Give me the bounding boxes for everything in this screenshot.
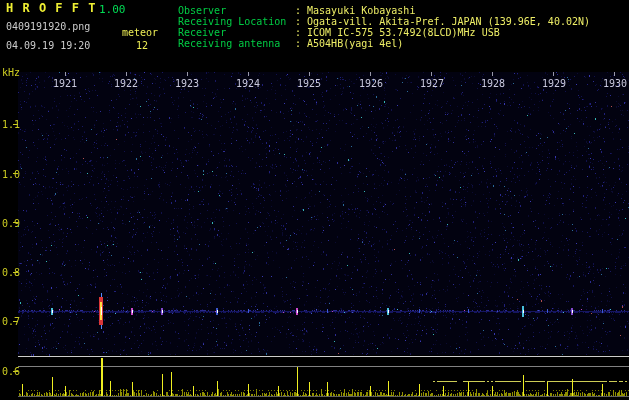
x-tick-label: 1930: [602, 78, 628, 89]
y-tick-label: 0.8: [2, 267, 20, 278]
info-value: : ICOM IC-575 53.7492(8LCD)MHz USB: [295, 27, 500, 38]
y-tick-label: 1.0: [2, 169, 20, 180]
info-value: : A504HB(yagi 4el): [295, 38, 403, 49]
x-tick-label: 1921: [52, 78, 78, 89]
info-row-antenna: Receiving antenna: A504HB(yagi 4el): [178, 38, 590, 49]
station-info: Observer: Masayuki Kobayashi Receiving L…: [178, 5, 590, 49]
timestamp: 04.09.19 19:20: [6, 40, 90, 51]
x-tick-label: 1924: [235, 78, 261, 89]
x-tick-label: 1927: [419, 78, 445, 89]
app-version: 1.00: [99, 4, 126, 15]
x-tick-label: 1922: [113, 78, 139, 89]
y-tick-label: 1.1: [2, 119, 20, 130]
info-label: Receiving Location: [178, 16, 295, 27]
x-tick-label: 1925: [296, 78, 322, 89]
y-axis-unit: kHz: [2, 67, 20, 78]
info-row-receiver: Receiver: ICOM IC-575 53.7492(8LCD)MHz U…: [178, 27, 590, 38]
y-tick-label: 0.7: [2, 316, 20, 327]
mode-label: meteor: [122, 27, 158, 38]
y-tick-label: 0.9: [2, 218, 20, 229]
x-tick-label: 1929: [541, 78, 567, 89]
hrofft-output-image: { "app": { "title": "H R O F F T", "vers…: [0, 0, 629, 400]
info-label: Receiver: [178, 27, 295, 38]
info-label: Receiving antenna: [178, 38, 295, 49]
info-row-observer: Observer: Masayuki Kobayashi: [178, 5, 590, 16]
y-tick-label: 0.6: [2, 366, 20, 377]
info-value: : Masayuki Kobayashi: [295, 5, 415, 16]
info-label: Observer: [178, 5, 295, 16]
output-filename: 0409191920.png: [6, 21, 90, 32]
x-tick-label: 1926: [358, 78, 384, 89]
app-title: H R O F F T: [6, 3, 96, 14]
x-tick-label: 1923: [174, 78, 200, 89]
x-tick-label: 1928: [480, 78, 506, 89]
event-count: 12: [136, 40, 148, 51]
spectrogram-canvas: [0, 0, 629, 400]
info-value: : Ogata-vill. Akita-Pref. JAPAN (139.96E…: [295, 16, 590, 27]
info-row-location: Receiving Location: Ogata-vill. Akita-Pr…: [178, 16, 590, 27]
